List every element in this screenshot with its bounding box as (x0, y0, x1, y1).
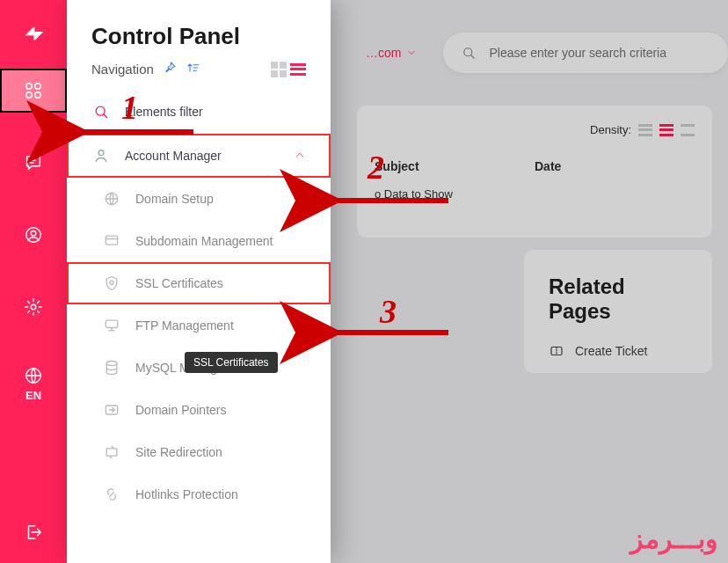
pointer-icon (102, 400, 121, 420)
rail-language-label: EN (25, 389, 41, 402)
menu-account-manager[interactable]: Account Manager (67, 134, 331, 178)
person-icon (91, 146, 111, 165)
svg-point-10 (96, 106, 105, 115)
watermark: وبـــرمز (630, 523, 717, 554)
domain-setup-label: Domain Setup (135, 192, 306, 206)
nav-label: Navigation (91, 62, 154, 77)
ssl-tooltip: SSL Certificates (185, 352, 278, 373)
svg-point-16 (106, 362, 117, 366)
account-label: Account Manager (125, 149, 280, 163)
svg-point-2 (26, 92, 32, 98)
ftp-icon (102, 316, 121, 335)
submenu-hotlinks[interactable]: Hotlinks Protection (67, 473, 331, 515)
redirection-label: Site Redirection (135, 445, 306, 459)
view-grid-icon[interactable] (271, 62, 287, 77)
svg-point-3 (35, 92, 40, 98)
search-icon (91, 102, 111, 121)
left-nav-rail: EN (0, 0, 67, 563)
link-icon (102, 485, 121, 504)
density-normal[interactable] (659, 124, 673, 136)
svg-point-6 (31, 304, 36, 310)
view-list-icon[interactable] (290, 63, 306, 76)
ssl-label: SSL Certificates (135, 276, 306, 290)
domain-selector[interactable]: …com (357, 40, 426, 65)
rail-apps-icon[interactable] (0, 69, 67, 113)
pointers-label: Domain Pointers (135, 403, 306, 417)
domain-label: …com (366, 46, 401, 60)
ftp-label: FTP Management (135, 318, 306, 333)
svg-point-14 (110, 281, 113, 284)
related-create-ticket[interactable]: Create Ticket (549, 343, 688, 359)
submenu-redirection[interactable]: Site Redirection (67, 431, 331, 473)
density-label: Density: (590, 123, 631, 136)
panel-title: Control Panel (67, 23, 331, 57)
globe-gear-icon (102, 189, 121, 208)
svg-rect-13 (106, 236, 117, 245)
data-table-card: Density: Subject Date o Data to Show (357, 106, 712, 238)
database-icon (102, 358, 121, 377)
redirect-icon (102, 442, 121, 462)
column-subject[interactable]: Subject (375, 159, 535, 173)
column-date[interactable]: Date (535, 159, 695, 173)
rail-profile-icon[interactable] (2, 213, 65, 257)
submenu-subdomain[interactable]: Subdomain Management (67, 220, 331, 262)
submenu-domain-setup[interactable]: Domain Setup (67, 178, 331, 220)
panel-menu: Elements filter Account Manager Domain S… (67, 90, 331, 515)
density-compact[interactable] (638, 124, 652, 136)
svg-point-11 (98, 150, 104, 156)
shield-icon (102, 274, 121, 293)
ticket-icon (549, 343, 564, 359)
svg-point-5 (31, 230, 36, 236)
submenu-pointers[interactable]: Domain Pointers (67, 389, 331, 431)
rail-logout-icon[interactable] (2, 510, 65, 554)
hotlinks-label: Hotlinks Protection (135, 487, 306, 501)
rail-settings-icon[interactable] (2, 285, 65, 329)
chevron-up-icon (294, 149, 306, 164)
submenu-ssl[interactable]: SSL Certificates (67, 262, 331, 304)
search-icon (461, 45, 477, 61)
svg-point-0 (26, 84, 32, 89)
related-create-ticket-label: Create Ticket (575, 344, 647, 358)
svg-point-8 (464, 48, 472, 56)
density-loose[interactable] (681, 124, 695, 136)
svg-rect-15 (106, 320, 117, 327)
subdomain-icon (102, 231, 121, 251)
rail-language-toggle[interactable]: EN (2, 357, 65, 410)
panel-nav-row: Navigation (67, 57, 331, 90)
related-title: Related Pages (549, 274, 688, 324)
no-data-text: o Data to Show (375, 187, 695, 201)
rail-messages-icon[interactable] (2, 141, 65, 185)
search-input[interactable] (489, 46, 710, 60)
subdomain-label: Subdomain Management (135, 234, 306, 248)
svg-point-1 (35, 84, 40, 89)
chevron-down-icon (406, 48, 417, 58)
search-bar[interactable] (443, 33, 728, 73)
filter-label: Elements filter (125, 105, 306, 119)
pin-icon[interactable] (163, 61, 177, 77)
account-submenu: Domain Setup Subdomain Management SSL Ce… (67, 178, 331, 515)
control-panel-drawer: Control Panel Navigation Elements filter… (67, 0, 331, 563)
related-pages-card: Related Pages Create Ticket (524, 250, 712, 373)
sort-icon[interactable] (186, 61, 201, 77)
menu-elements-filter[interactable]: Elements filter (67, 90, 331, 134)
app-logo (0, 0, 67, 63)
submenu-ftp[interactable]: FTP Management (67, 304, 331, 347)
